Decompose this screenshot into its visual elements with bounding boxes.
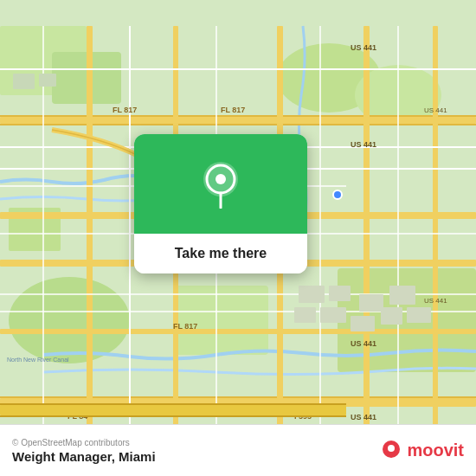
svg-rect-9 [0,117,476,124]
svg-rect-61 [381,307,402,325]
svg-text:FL 817: FL 817 [113,106,137,114]
svg-text:US 441: US 441 [424,106,447,114]
svg-rect-47 [0,405,346,415]
svg-text:US 441: US 441 [424,297,447,305]
take-me-there-button[interactable]: Take me there [134,234,307,273]
svg-rect-55 [329,286,351,301]
location-pin-icon [200,160,241,209]
svg-rect-54 [299,286,325,303]
svg-rect-53 [39,74,56,87]
svg-rect-17 [87,26,93,450]
svg-text:FL 817: FL 817 [221,106,245,114]
svg-rect-20 [363,26,370,450]
bottom-bar: © OpenStreetMap contributors Weight Mana… [0,424,476,476]
moovit-logo: moovit [379,439,464,463]
svg-text:North New River Canal: North New River Canal [7,357,69,363]
svg-rect-56 [359,294,383,312]
svg-rect-48 [0,403,346,405]
svg-rect-49 [0,415,346,417]
svg-rect-57 [389,286,415,305]
svg-rect-11 [0,124,476,125]
map-container: FL 817 FL 817 US 441 US 441 US 441 US 44… [0,0,476,476]
bottom-left: © OpenStreetMap contributors Weight Mana… [12,438,156,464]
svg-rect-62 [407,307,431,323]
svg-text:FL 817: FL 817 [173,322,197,331]
svg-rect-58 [294,307,316,323]
moovit-icon [379,439,403,463]
svg-rect-60 [351,316,375,331]
svg-rect-10 [0,115,476,117]
svg-rect-7 [173,286,268,355]
svg-rect-59 [320,307,346,323]
svg-rect-52 [13,74,35,89]
svg-text:US 441: US 441 [351,140,376,149]
svg-rect-16 [0,396,476,398]
svg-point-67 [388,445,395,452]
attribution-text: © OpenStreetMap contributors [12,438,156,447]
moovit-text: moovit [407,441,464,460]
svg-point-50 [333,190,342,199]
svg-point-65 [215,174,226,184]
card-map-area [134,134,307,234]
app-name: Weight Manager, Miami [12,449,156,464]
svg-text:US 441: US 441 [351,413,376,421]
svg-text:US 441: US 441 [351,339,376,348]
svg-text:US 441: US 441 [351,43,376,52]
svg-rect-21 [433,26,438,450]
svg-rect-14 [0,329,476,334]
navigation-card: Take me there [134,134,307,273]
svg-point-6 [9,277,130,363]
